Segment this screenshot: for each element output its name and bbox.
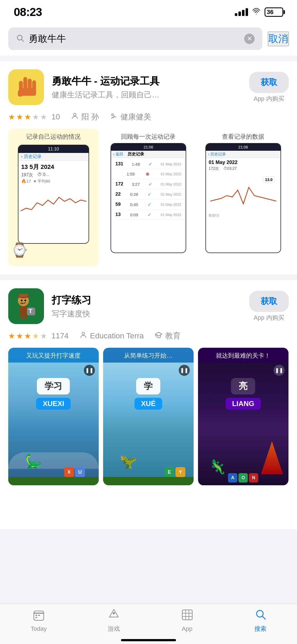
tab-search-label: 搜索 — [254, 625, 266, 633]
pinyin-box-2: XUÉ — [134, 398, 162, 410]
app2-screenshot-3[interactable]: 就达到最难的关卡！ ❚❚ 亮 LIANG 🦎 A O N — [198, 348, 288, 485]
history-row-1: 131 1:48 ✓ 01 May 2022 — [113, 159, 184, 169]
app1-desc: 健康生活记录工具，回顾自己… — [52, 90, 241, 100]
cancel-button[interactable]: 取消 — [268, 32, 289, 46]
tab-bar: Today 游戏 App 搜索 — [0, 604, 297, 644]
svg-text:T: T — [29, 308, 32, 314]
word-box-2: 学 — [136, 378, 160, 394]
education-icon — [155, 331, 163, 341]
app1-screenshot-2[interactable]: 回顾每一次运动记录 21:06 ‹ 返回 历史记录 131 1:48 ✓ — [103, 129, 194, 266]
app2-screenshot-1[interactable]: 又玩又提升打字速度 ❚❚ 学习 XUEXI 🦕 X U — [8, 348, 99, 485]
svg-point-15 — [24, 300, 26, 301]
pause-btn-1[interactable]: ❚❚ — [84, 365, 95, 376]
svg-rect-13 — [19, 294, 28, 297]
app1-screenshot-3[interactable]: 查看记录的数据 21:06 ‹ 历史记录 01 May 2022 172次 ⏱0… — [198, 129, 288, 266]
games-icon — [108, 608, 120, 623]
tab-games-label: 游戏 — [108, 625, 120, 633]
home-indicator — [121, 639, 176, 641]
tab-games[interactable]: 游戏 — [100, 608, 128, 633]
star2-4: ★ — [32, 331, 39, 341]
svg-rect-16 — [20, 306, 27, 314]
app1-name: 勇敢牛牛 - 运动记录工具 — [52, 75, 241, 88]
app1-developer-meta: 阳 孙 — [71, 112, 99, 122]
app2-ss1-label: 又玩又提升打字速度 — [8, 348, 99, 363]
pinyin-box-3: LIANG — [226, 398, 261, 410]
app2-category: 教育 — [165, 331, 181, 341]
app2-icon[interactable]: T — [8, 288, 44, 324]
svg-rect-20 — [24, 314, 27, 319]
search-tab-icon — [254, 608, 266, 623]
app1-iap-label: App 内购买 — [254, 95, 284, 103]
wifi-icon — [252, 7, 261, 17]
app1-category-meta: 健康健美 — [110, 112, 151, 122]
person2-icon — [79, 331, 87, 341]
person-icon — [71, 112, 79, 122]
battery-icon: 36 — [265, 7, 283, 17]
svg-rect-25 — [38, 615, 40, 616]
pinyin-box-1: XUEXI — [36, 398, 71, 410]
app1-screenshots: 记录自己运动的情况 11:10 ‹ 历史记录 13 5月 2024 197次 ⏱… — [8, 129, 289, 266]
search-clear-button[interactable]: ✕ — [244, 34, 255, 44]
app2-meta: ★ ★ ★ ★ ★ 1174 Education Terra — [8, 331, 289, 341]
search-bar[interactable]: 勇敢牛牛 ✕ — [8, 28, 262, 50]
app2-get-wrap: 获取 App 内购买 — [249, 291, 289, 322]
svg-point-8 — [73, 113, 76, 116]
app2-ss2-label: 从简单练习开始… — [103, 348, 194, 363]
svg-rect-23 — [34, 613, 44, 614]
pause-btn-2[interactable]: ❚❚ — [179, 365, 190, 376]
app2-desc: 写字速度快 — [52, 309, 241, 319]
svg-point-27 — [113, 612, 115, 614]
tab-search[interactable]: 搜索 — [246, 608, 275, 633]
app2-screenshots: 又玩又提升打字速度 ❚❚ 学习 XUEXI 🦕 X U — [8, 348, 289, 485]
tab-apps-label: App — [182, 625, 193, 632]
svg-line-1 — [22, 39, 24, 41]
app1-developer: 阳 孙 — [81, 112, 99, 122]
app2-ss3-label: 就达到最难的关卡！ — [198, 348, 288, 363]
svg-rect-26 — [35, 617, 37, 618]
history-row-6: 13 0:09 ✓ 01 May 2022 — [113, 210, 184, 220]
star2-1: ★ — [8, 331, 15, 341]
app2-category-meta: 教育 — [155, 331, 181, 341]
star-1: ★ — [8, 113, 15, 122]
svg-point-21 — [82, 332, 85, 335]
app1-stars: ★ ★ ★ ★ ★ — [8, 113, 47, 122]
app2-rating-count: 1174 — [51, 331, 68, 340]
app1-ss1-label: 记录自己运动的情况 — [24, 129, 83, 143]
star-2: ★ — [16, 113, 23, 122]
svg-rect-28 — [182, 610, 192, 620]
search-icon — [16, 34, 24, 44]
fitness-icon — [110, 112, 118, 122]
svg-rect-7 — [18, 90, 23, 97]
svg-line-34 — [262, 616, 265, 619]
app1-get-button[interactable]: 获取 — [249, 72, 289, 93]
pause-btn-3[interactable]: ❚❚ — [274, 365, 285, 376]
search-container: 勇敢牛牛 ✕ 取消 — [0, 22, 297, 56]
star2-2: ★ — [16, 331, 23, 341]
star-5: ★ — [40, 113, 47, 122]
app2-info: 打字练习 写字速度快 — [52, 294, 241, 319]
dino-2: 🦖 — [120, 453, 137, 469]
app2-screenshot-2[interactable]: 从简单练习开始… ❚❚ 学 XUÉ 🦖 E Y — [103, 348, 194, 485]
app2-name: 打字练习 — [52, 294, 241, 307]
svg-rect-19 — [20, 314, 23, 319]
apps-icon — [181, 609, 193, 624]
history-row-5: 59 0:45 ✓ 01 May 2022 — [113, 199, 184, 210]
svg-point-9 — [112, 114, 114, 116]
app1-section: 勇敢牛牛 - 运动记录工具 健康生活记录工具，回顾自己… 获取 App 内购买 … — [0, 61, 297, 275]
app2-get-button[interactable]: 获取 — [249, 291, 289, 312]
status-bar: 08:23 36 — [0, 0, 297, 22]
word-box-3: 亮 — [231, 378, 255, 394]
app1-info: 勇敢牛牛 - 运动记录工具 健康生活记录工具，回顾自己… — [52, 75, 241, 100]
search-query: 勇敢牛牛 — [29, 32, 240, 45]
tab-today[interactable]: Today — [22, 609, 55, 632]
app1-screenshot-1[interactable]: 记录自己运动的情况 11:10 ‹ 历史记录 13 5月 2024 197次 ⏱… — [8, 129, 99, 266]
app1-ss3-label: 查看记录的数据 — [220, 129, 266, 143]
app2-developer: Education Terra — [90, 331, 144, 340]
app1-icon[interactable] — [8, 69, 44, 105]
dino-3: 🦎 — [209, 459, 226, 475]
tab-apps[interactable]: App — [173, 609, 202, 632]
history-row-4: 22 0:28 ✓ 01 May 2022 — [113, 189, 184, 199]
star2-3: ★ — [24, 331, 31, 341]
app2-stars: ★ ★ ★ ★ ★ — [8, 331, 47, 341]
app1-rating-count: 10 — [51, 113, 60, 121]
